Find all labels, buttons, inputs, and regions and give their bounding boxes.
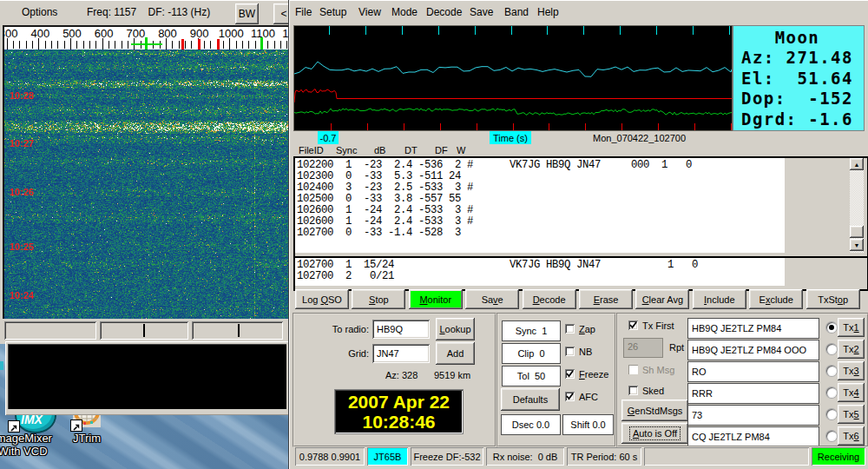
menu-mode[interactable]: Mode [391,7,418,18]
button-monitor[interactable]: Monitor [409,289,463,309]
moon-title: Moon [741,28,819,47]
freeze-checkbox[interactable] [565,369,575,379]
main-button-row: Log QSOStopMonitorSaveDecodeEraseClear A… [288,289,868,309]
decode-header-df: DF [435,145,448,156]
tx-message-4[interactable]: RRR [687,383,819,404]
tx-message-5[interactable]: 73 [687,405,819,426]
clip-field[interactable]: Clip 0 [502,343,561,364]
button-stop[interactable]: Stop [352,289,405,309]
decode-text-area[interactable]: 102200 1 -23 2.4 -536 2 # VK7JG HB9Q JN4… [293,156,868,258]
slider-trough[interactable] [4,321,96,340]
button-save[interactable]: Save [465,289,519,309]
ruler-minor-tick [280,41,281,49]
nb-checkbox[interactable] [565,347,575,356]
to-radio-input[interactable]: HB9Q [372,320,430,339]
bw-button[interactable]: BW [235,3,259,24]
tx-radio-2[interactable] [826,344,837,354]
sked-checkbox[interactable] [628,386,638,395]
lookup-button[interactable]: Lookup [436,318,475,340]
moon-line: Dop: -152 [741,89,853,108]
ruler-minor-tick [236,41,237,49]
tx-button-4[interactable]: Tx4 [838,383,865,402]
sked-label: Sked [642,386,664,397]
menu-save[interactable]: Save [470,7,493,18]
ruler-minor-tick [274,41,275,49]
scroll-up-button[interactable]: ▲ [850,158,864,170]
desktop-icon-jtrim-label[interactable]: JTrim [56,432,117,445]
tx-radio-1[interactable] [826,322,837,333]
waterfall-timestamp: 10:26 [10,187,34,197]
edge-icon-fragment [0,361,3,370]
specjt-menu-options[interactable]: Options [22,7,57,18]
ruler-minor-tick [115,41,115,49]
birdie-marker [198,39,201,50]
menu-decode[interactable]: Decode [426,7,462,18]
tx-button-1[interactable]: Tx1 [838,318,865,337]
auto-off-button[interactable]: Auto is Off [621,423,688,444]
menu-view[interactable]: View [358,7,381,18]
ruler-minor-tick [122,41,122,49]
button-include[interactable]: Include [693,289,746,309]
tx-radio-3[interactable] [826,366,837,376]
ruler-minor-tick [64,41,65,49]
menu-file[interactable]: File [295,7,312,18]
button-log-qso[interactable]: Log QSO [295,289,349,309]
add-button[interactable]: Add [436,342,475,365]
average-text-area[interactable]: 102700 1 15/24 VK7JG HB9Q JN47 1 0 10270… [293,256,868,291]
clock-date: 2007 Apr 22 [335,392,463,413]
tx-button-3[interactable]: Tx3 [838,361,865,380]
menu-help[interactable]: Help [537,7,559,18]
scroll-down-button[interactable]: ▼ [850,239,864,251]
button-clear-avg[interactable]: Clear Avg [635,289,689,309]
tx-radio-5[interactable] [826,409,837,419]
zap-checkbox[interactable] [565,324,575,334]
tx-button-5[interactable]: Tx5 [838,405,865,424]
decode-scrollbar[interactable]: ▲ ▼ [850,158,864,253]
wsjt-window: FileSetupViewModeDecodeSaveBandHelp Moon… [288,0,868,469]
graph-file-label: Mon_070422_102700 [593,133,686,144]
scroll-thumb[interactable] [850,226,864,238]
menu-band[interactable]: Band [504,7,529,18]
zero-slider[interactable] [192,321,283,340]
graph-dt-label: -0.7 [318,131,339,144]
ruler-label: 800 [153,27,182,40]
waterfall-display[interactable] [4,50,288,319]
moon-line: Az: 271.48 [741,48,853,67]
tx-first-label: Tx First [642,320,674,332]
slider-thumb[interactable] [238,324,240,337]
tx-button-2[interactable]: Tx2 [838,340,865,359]
waterfall-timestamp: 10:27 [10,138,34,149]
tx-message-2[interactable]: HB9Q JE2TLZ PM84 OOO [687,340,819,360]
ruler-label: 300 [3,27,23,40]
gain-slider[interactable] [100,321,188,340]
button-decode[interactable]: Decode [523,289,576,309]
grid-input[interactable]: JN47 [372,344,430,363]
sync-field[interactable]: Sync 1 [502,320,561,341]
menu-setup[interactable]: Setup [319,7,346,18]
tx-button-6[interactable]: Tx6 [838,426,865,446]
rpt-field[interactable]: 26 [623,338,663,358]
tx-radio-4[interactable] [826,387,837,398]
tx-radio-6[interactable] [826,431,837,441]
shift-field[interactable]: Shift 0.0 [562,414,614,435]
button-exclude[interactable]: Exclude [749,289,803,309]
dsec-field[interactable]: Dsec 0.0 [501,414,561,435]
tol-field[interactable]: Tol 50 [502,366,561,386]
ruler-minor-tick [210,41,211,49]
slider-thumb[interactable] [143,324,145,337]
genstdmsgs-button[interactable]: GenStdMsgs [621,400,688,421]
tx-first-checkbox[interactable] [628,320,638,330]
defaults-button[interactable]: Defaults [501,388,560,411]
ruler-minor-tick [76,41,77,49]
tx-message-6[interactable]: CQ JE2TLZ PM84 [687,426,819,447]
ruler-minor-tick [13,41,14,49]
button-erase[interactable]: Erase [579,289,633,309]
birdie-marker [217,39,220,50]
tx-message-3[interactable]: RO [687,361,819,382]
menu-bar: FileSetupViewModeDecodeSaveBandHelp [288,0,868,24]
afc-checkbox[interactable] [565,392,575,401]
button-txstop[interactable]: TxStop [806,289,860,309]
tx-message-1[interactable]: HB9Q JE2TLZ PM84 [687,318,819,339]
sh-msg-checkbox[interactable] [628,365,638,374]
decode-header-sync: Sync [336,145,357,156]
